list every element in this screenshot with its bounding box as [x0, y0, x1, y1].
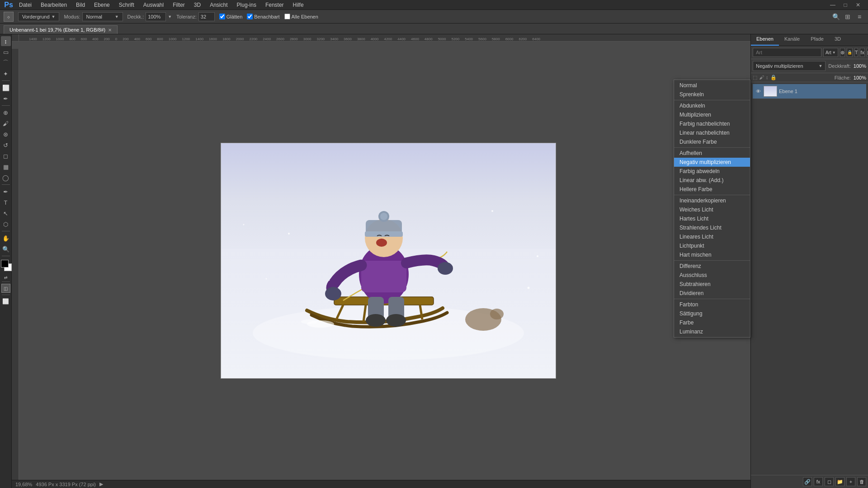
blend-strahlendes-licht[interactable]: Strahlendes Licht	[674, 223, 750, 232]
arrange-icon[interactable]: ⊞	[843, 12, 853, 22]
shape-tool[interactable]: ⬡	[1, 219, 11, 229]
blend-hart-mischen[interactable]: Hart mischen	[674, 250, 750, 259]
eraser-tool[interactable]: ◻	[1, 151, 11, 161]
blend-lineares-licht[interactable]: Lineares Licht	[674, 232, 750, 241]
blend-lichtpunkt[interactable]: Lichtpunkt	[674, 241, 750, 250]
blend-linear-abw[interactable]: Linear abw. (Add.)	[674, 176, 750, 185]
opacity-dropdown-icon[interactable]: ▼	[168, 14, 172, 19]
blend-aufhellen[interactable]: Aufhellen	[674, 149, 750, 158]
blend-normal[interactable]: Normal	[674, 81, 750, 90]
blend-differenz[interactable]: Differenz	[674, 262, 750, 271]
move-tool[interactable]: ↕	[1, 36, 11, 46]
menu-item-schrift[interactable]: Schrift	[115, 1, 138, 9]
new-group-icon[interactable]: 📁	[835, 477, 844, 486]
blend-negativ-multiplizieren[interactable]: Negativ multiplizieren	[674, 158, 750, 167]
opacity-value-layers[interactable]: 100%	[854, 63, 866, 69]
history-brush-tool[interactable]: ↺	[1, 140, 11, 150]
selection-tool[interactable]: ▭	[1, 47, 11, 57]
layer-lock-icon[interactable]: 🔒	[847, 48, 853, 57]
magic-wand-tool[interactable]: ✦	[1, 69, 11, 79]
tolerance-input[interactable]	[198, 12, 215, 21]
menu-item-ebene[interactable]: Ebene	[90, 1, 113, 9]
blend-luminanz[interactable]: Luminanz	[674, 327, 750, 336]
menu-item-ansicht[interactable]: Ansicht	[206, 1, 231, 9]
zoom-tool[interactable]: 🔍	[1, 244, 11, 254]
menu-item-filter[interactable]: Filter	[169, 1, 189, 9]
workspace-icon[interactable]: ≡	[854, 12, 864, 22]
blend-farbe[interactable]: Farbe	[674, 318, 750, 327]
alle-ebenen-checkbox[interactable]	[284, 14, 290, 19]
menu-item-fenster[interactable]: Fenster	[262, 1, 288, 9]
lasso-tool[interactable]: ⌒	[1, 58, 11, 68]
eyedropper-tool[interactable]: ✒	[1, 94, 11, 103]
benachbart-checkbox[interactable]	[247, 14, 253, 19]
blend-sprenkeln[interactable]: Sprenkeln	[674, 90, 750, 99]
blend-dividieren[interactable]: Dividieren	[674, 289, 750, 298]
menu-item-hilfe[interactable]: Hilfe	[289, 1, 307, 9]
menu-item-bild[interactable]: Bild	[72, 1, 89, 9]
blend-farbig-abwedeln[interactable]: Farbig abwedeln	[674, 167, 750, 176]
layer-visibility-icon-1[interactable]: 👁	[755, 88, 762, 95]
blend-farbton[interactable]: Farbton	[674, 300, 750, 309]
menu-item-3d[interactable]: 3D	[190, 1, 204, 9]
alle-ebenen-checkbox-label[interactable]: Alle Ebenen	[284, 14, 318, 19]
dodge-tool[interactable]: ◯	[1, 173, 11, 183]
clone-stamp-tool[interactable]: ⊛	[1, 129, 11, 139]
menu-item-datei[interactable]: Datei	[15, 1, 35, 9]
lock-transparent-icon[interactable]: ⬚	[753, 75, 757, 80]
healing-tool[interactable]: ⊕	[1, 108, 11, 117]
add-style-icon[interactable]: fx	[814, 477, 823, 486]
opacity-input[interactable]	[146, 12, 166, 21]
blend-mode-select[interactable]: Negativ multiplizieren ▼	[753, 61, 826, 71]
blend-abdunkeln[interactable]: Abdunkeln	[674, 101, 750, 110]
blend-subtrahieren[interactable]: Subtrahieren	[674, 280, 750, 289]
quick-mask-button[interactable]: ◫	[1, 284, 10, 293]
tool-options-icon[interactable]: ⬦	[4, 12, 14, 22]
pen-tool[interactable]: ✒	[1, 187, 11, 197]
tab-pfade[interactable]: Pfade	[805, 34, 829, 46]
blend-ausschluss[interactable]: Ausschluss	[674, 271, 750, 280]
blend-dunklere-farbe[interactable]: Dunklere Farbe	[674, 137, 750, 146]
blend-weiches-licht[interactable]: Weiches Licht	[674, 205, 750, 214]
tab-3d[interactable]: 3D	[829, 34, 846, 46]
blend-saettigung[interactable]: Sättigung	[674, 309, 750, 318]
new-layer-icon[interactable]: +	[846, 477, 855, 486]
hand-tool[interactable]: ✋	[1, 233, 11, 243]
add-mask-icon[interactable]: ◻	[825, 477, 834, 486]
screen-mode-button[interactable]: ⬜	[1, 297, 10, 306]
search-icon[interactable]: 🔍	[831, 12, 841, 22]
glatten-checkbox-label[interactable]: Glätten	[219, 14, 242, 19]
minimize-button[interactable]: —	[826, 0, 839, 10]
foreground-color[interactable]	[1, 260, 9, 267]
layer-item-1[interactable]: 👁 Ebene 1	[753, 84, 866, 99]
layer-search-input[interactable]	[753, 48, 821, 57]
glatten-checkbox[interactable]	[219, 14, 225, 19]
blend-farbig-nachbelichten[interactable]: Farbig nachbelichten	[674, 119, 750, 128]
lock-position-icon[interactable]: ↕	[766, 75, 769, 80]
canvas-scroll[interactable]	[26, 42, 750, 480]
gradient-tool[interactable]: ▦	[1, 162, 11, 172]
vordergrund-select[interactable]: Vordergrund ▼	[18, 12, 59, 21]
blend-multiplizieren[interactable]: Multiplizieren	[674, 110, 750, 119]
menu-item-bearbeiten[interactable]: Bearbeiten	[37, 1, 71, 9]
fill-value[interactable]: 100%	[854, 75, 866, 80]
tab-close-button[interactable]: ✕	[108, 28, 112, 33]
status-arrow-icon[interactable]: ▶	[99, 481, 103, 487]
lock-all-icon[interactable]: 🔒	[770, 75, 777, 80]
benachbart-checkbox-label[interactable]: Benachbart	[247, 14, 279, 19]
layer-filter-toggle[interactable]: ⊛	[840, 48, 845, 57]
link-layers-icon[interactable]: 🔗	[803, 477, 812, 486]
delete-layer-icon[interactable]: 🗑	[857, 477, 866, 486]
blend-hartes-licht[interactable]: Hartes Licht	[674, 214, 750, 223]
blend-ineinanderkopieren[interactable]: Ineinanderkopieren	[674, 196, 750, 205]
brush-tool[interactable]: 🖌	[1, 118, 11, 128]
layer-effect-icon[interactable]: fx	[860, 48, 865, 57]
path-selection-tool[interactable]: ↖	[1, 208, 11, 218]
document-tab[interactable]: Unbenannt-1 bei 19,7% (Ebene 1, RGB/8#) …	[4, 25, 118, 34]
close-button[interactable]: ✕	[852, 0, 864, 10]
type-tool[interactable]: T	[1, 197, 11, 207]
layer-type-icon[interactable]: T	[854, 48, 859, 57]
menu-item-auswahl[interactable]: Auswahl	[140, 1, 167, 9]
tab-kanaele[interactable]: Kanäle	[779, 34, 805, 46]
menu-item-plugins[interactable]: Plug-ins	[233, 1, 260, 9]
